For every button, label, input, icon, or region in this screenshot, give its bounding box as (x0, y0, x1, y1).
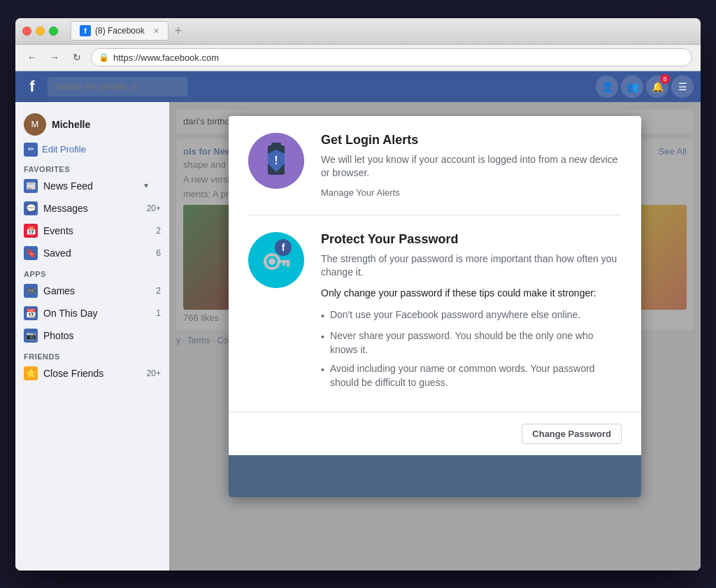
svg-rect-10 (287, 263, 289, 267)
url-text: https://www.facebook.com (113, 52, 219, 63)
bullet-icon: • (321, 310, 324, 324)
menu-icon[interactable]: ☰ (671, 76, 694, 98)
sidebar-item-saved[interactable]: 🔖 Saved 6 (15, 242, 169, 264)
news-feed-icon: 📰 (24, 179, 38, 193)
back-button[interactable]: ← (24, 49, 41, 66)
minimize-button[interactable] (36, 27, 45, 36)
tip-item-3: • Avoid including your name or common wo… (321, 362, 622, 389)
security-icon-container: ! (248, 133, 304, 189)
tip-text-1: Don't use your Facebook password anywher… (330, 308, 580, 322)
modal-dark-section (229, 455, 641, 497)
tip-text-3: Avoid including your name or common word… (330, 362, 622, 389)
svg-rect-2 (271, 143, 281, 147)
edit-profile-label: Edit Profile (42, 144, 86, 155)
sidebar-item-label: Messages (43, 203, 88, 214)
sidebar-item-events[interactable]: 📅 Events 2 (15, 220, 169, 242)
new-tab-button[interactable]: + (169, 21, 188, 41)
tip-item-1: • Don't use your Facebook password anywh… (321, 308, 622, 324)
on-this-day-icon: 📆 (24, 306, 38, 320)
mac-window: f (8) Facebook ✕ + ← → ↻ 🔒 https://www.f… (15, 18, 701, 571)
avatar: M (24, 113, 46, 136)
svg-rect-9 (278, 260, 290, 263)
svg-text:f: f (282, 242, 285, 253)
events-badge: 2 (156, 226, 161, 236)
notifications-icon[interactable]: 🔔 8 (646, 76, 668, 98)
facebook-logo: f (22, 77, 42, 96)
sidebar-user[interactable]: M Michelle (15, 109, 169, 140)
protect-password-body: Protect Your Password The strength of yo… (321, 232, 622, 396)
sidebar-item-label: On This Day (43, 308, 98, 319)
reload-button[interactable]: ↻ (69, 49, 85, 66)
svg-point-8 (268, 258, 275, 265)
games-icon: 🎮 (24, 284, 38, 298)
tips-intro: Only change your password if these tips … (321, 287, 622, 301)
modal-footer: Change Password (229, 412, 641, 455)
favorites-section-label: FAVORITES (15, 159, 169, 175)
events-icon: 📅 (24, 224, 38, 238)
svg-text:!: ! (274, 155, 278, 166)
close-friends-icon: ⭐ (24, 366, 38, 380)
close-friends-badge: 20+ (147, 368, 161, 378)
tip-item-2: • Never share your password. You should … (321, 329, 622, 357)
sidebar-item-label: Close Friends (43, 368, 103, 379)
sidebar-item-news-feed[interactable]: 📰 News Feed ▼ (15, 175, 169, 197)
people-icon[interactable]: 👤 (596, 76, 618, 98)
protect-password-icon: f (248, 232, 304, 288)
games-badge: 2 (156, 286, 161, 296)
dropdown-arrow-icon: ▼ (143, 182, 150, 189)
tip-text-2: Never share your password. You should be… (330, 329, 622, 357)
notification-badge: 8 (660, 74, 670, 84)
protect-password-intro: The strength of your password is more im… (321, 252, 622, 280)
tab-close-button[interactable]: ✕ (153, 27, 159, 36)
maximize-button[interactable] (49, 27, 58, 36)
login-alerts-title: Get Login Alerts (321, 133, 622, 148)
sidebar-item-games[interactable]: 🎮 Games 2 (15, 280, 169, 302)
browser-tab[interactable]: f (8) Facebook ✕ (71, 21, 169, 41)
modal-overlay: ! Get Login Alerts We will let you know … (169, 102, 701, 571)
sidebar-item-photos[interactable]: 📷 Photos (15, 324, 169, 347)
saved-badge: 6 (156, 248, 161, 258)
protect-password-section: f Protect Your (229, 215, 641, 413)
search-input[interactable] (48, 77, 187, 96)
tab-title: (8) Facebook (95, 26, 145, 36)
messages-icon: 💬 (24, 201, 38, 215)
forward-button[interactable]: → (46, 49, 63, 66)
photos-icon: 📷 (24, 329, 38, 343)
sidebar-item-messages[interactable]: 💬 Messages 20+ (15, 197, 169, 220)
close-button[interactable] (22, 27, 31, 36)
change-password-button[interactable]: Change Password (522, 424, 622, 444)
nav-bar: ← → ↻ 🔒 https://www.facebook.com (15, 45, 701, 71)
edit-icon: ✏ (24, 143, 38, 157)
protect-password-title: Protect Your Password (321, 232, 622, 247)
bullet-icon: • (321, 364, 324, 378)
on-this-day-badge: 1 (156, 308, 161, 318)
messages-badge: 20+ (147, 203, 161, 213)
address-bar[interactable]: 🔒 https://www.facebook.com (91, 48, 692, 66)
svg-rect-11 (282, 263, 285, 266)
sidebar-item-close-friends[interactable]: ⭐ Close Friends 20+ (15, 362, 169, 385)
login-alerts-desc: We will let you know if your account is … (321, 153, 622, 180)
login-alerts-section: ! Get Login Alerts We will let you know … (229, 116, 641, 215)
login-alerts-body: Get Login Alerts We will let you know if… (321, 133, 622, 198)
edit-profile-item[interactable]: ✏ Edit Profile (15, 140, 169, 159)
traffic-lights (22, 27, 58, 36)
saved-icon: 🔖 (24, 246, 38, 260)
tab-bar: f (8) Facebook ✕ + (71, 21, 694, 41)
key-icon-container: f (248, 232, 304, 288)
header-icons: 👤 👥 🔔 8 ☰ (596, 76, 694, 98)
sidebar-item-label: Saved (43, 248, 71, 259)
sidebar-item-label: Photos (43, 330, 74, 341)
sidebar-item-on-this-day[interactable]: 📆 On This Day 1 (15, 302, 169, 324)
title-bar: f (8) Facebook ✕ + (15, 18, 701, 45)
facebook-header: f 👤 👥 🔔 8 ☰ (15, 71, 701, 102)
main-content: M Michelle ✏ Edit Profile FAVORITES 📰 Ne… (15, 102, 701, 571)
bullet-icon: • (321, 331, 324, 345)
sidebar-item-label: Events (43, 225, 73, 236)
sidebar: M Michelle ✏ Edit Profile FAVORITES 📰 Ne… (15, 102, 169, 571)
friends-section-label: FRIENDS (15, 347, 169, 362)
friends-icon[interactable]: 👥 (621, 76, 643, 98)
manage-alerts-link[interactable]: Manage Your Alerts (321, 187, 622, 198)
tips-list: • Don't use your Facebook password anywh… (321, 308, 622, 389)
svg-point-4 (248, 232, 304, 288)
security-modal: ! Get Login Alerts We will let you know … (229, 116, 641, 498)
